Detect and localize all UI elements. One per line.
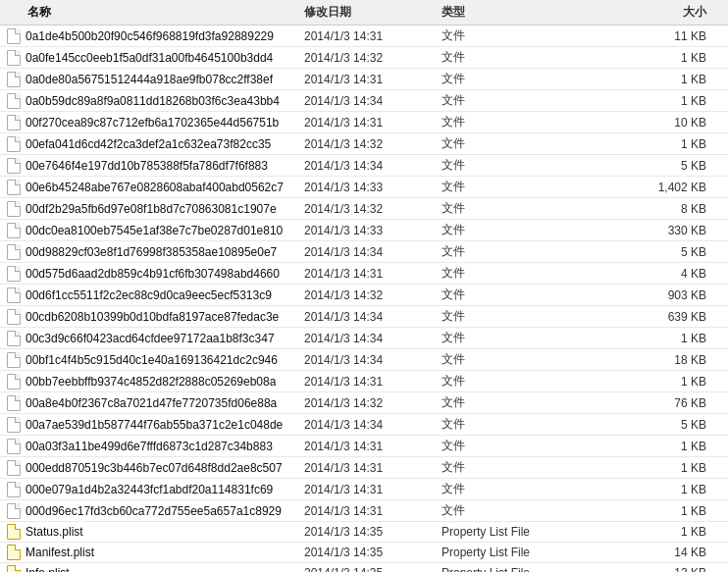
table-row[interactable]: 00df2b29a5fb6d97e08f1b8d7c70863081c1907e… [0, 198, 728, 220]
file-icon [6, 503, 22, 519]
file-name-cell: 00a8e4b0f2367c8a7021d47fe7720735fd06e88a [0, 395, 304, 411]
file-type-cell: 文件 [442, 265, 618, 282]
file-name-cell: 0a0fe145cc0eeb1f5a0df31a00fb4645100b3dd4 [0, 50, 304, 66]
table-row[interactable]: Manifest.plist 2014/1/3 14:35 Property L… [0, 543, 728, 563]
table-row[interactable]: 00f270cea89c87c712efb6a1702365e44d56751b… [0, 112, 728, 133]
file-icon [6, 331, 22, 346]
file-icon [6, 115, 22, 130]
file-size-cell: 903 KB [618, 288, 716, 302]
file-type-cell: 文件 [442, 481, 618, 497]
file-date-cell: 2014/1/3 14:35 [304, 566, 442, 572]
table-row[interactable]: 00cdb6208b10399b0d10bdfa8197ace87fedac3e… [0, 306, 728, 328]
file-size-cell: 330 KB [618, 224, 716, 237]
file-date-cell: 2014/1/3 14:34 [304, 418, 442, 432]
table-row[interactable]: 00bb7eebbffb9374c4852d82f2888c05269eb08a… [0, 371, 728, 392]
header-size[interactable]: 大小 [618, 4, 716, 21]
file-size-cell: 639 KB [618, 310, 716, 324]
file-type-cell: 文件 [442, 114, 618, 130]
file-icon [6, 374, 22, 390]
file-size-cell: 1 KB [618, 94, 716, 108]
table-row[interactable]: Info.plist 2014/1/3 14:35 Property List … [0, 563, 728, 572]
header-name[interactable]: 名称 [0, 4, 304, 21]
file-name-text: 00d575d6aad2db859c4b91cf6fb307498abd4660 [26, 267, 280, 281]
file-size-cell: 76 KB [618, 396, 716, 410]
file-size-cell: 11 KB [618, 29, 716, 43]
table-row[interactable]: 0a1de4b500b20f90c546f968819fd3fa92889229… [0, 26, 728, 47]
file-size-cell: 1 KB [618, 504, 716, 518]
file-icon [7, 180, 21, 195]
file-date-cell: 2014/1/3 14:32 [304, 137, 442, 151]
file-type-cell: 文件 [442, 416, 618, 433]
file-icon [7, 244, 21, 260]
file-date-cell: 2014/1/3 14:32 [304, 51, 442, 65]
table-row[interactable]: 0a0de80a56751512444a918ae9fb078cc2ff38ef… [0, 69, 728, 90]
file-icon [6, 136, 22, 152]
file-name-cell: 00efa041d6cd42f2ca3def2a1c632ea73f82cc35 [0, 136, 304, 152]
table-row[interactable]: 00d98829cf03e8f1d76998f385358ae10895e0e7… [0, 241, 728, 263]
table-row[interactable]: 0a0b59dc89a8f9a0811dd18268b03f6c3ea43bb4… [0, 90, 728, 112]
table-row[interactable]: 00bf1c4f4b5c915d40c1e40a169136421dc2c946… [0, 349, 728, 371]
file-name-text: 00f270cea89c87c712efb6a1702365e44d56751b [26, 116, 279, 130]
table-row[interactable]: 00efa041d6cd42f2ca3def2a1c632ea73f82cc35… [0, 133, 728, 155]
table-row[interactable]: 000d96ec17fd3cb60ca772d755ee5a657a1c8929… [0, 500, 728, 522]
file-icon [6, 223, 22, 238]
rows-container: 0a1de4b500b20f90c546f968819fd3fa92889229… [0, 26, 728, 572]
file-name-text: 00c3d9c66f0423acd64cfdee97172aa1b8f3c347 [26, 332, 275, 345]
file-icon [6, 93, 22, 109]
file-icon [7, 395, 21, 411]
table-row[interactable]: 000e079a1d4b2a32443fcf1abdf20a114831fc69… [0, 479, 728, 500]
file-size-cell: 1 KB [618, 525, 716, 539]
file-icon [6, 309, 22, 325]
file-type-cell: 文件 [442, 222, 618, 238]
file-date-cell: 2014/1/3 14:31 [304, 504, 442, 518]
header-type[interactable]: 类型 [442, 4, 618, 21]
file-name-cell: 00e7646f4e197dd10b785388f5fa786df7f6f883 [0, 158, 304, 174]
table-row[interactable]: 00a03f3a11be499d6e7fffd6873c1d287c34b883… [0, 436, 728, 457]
file-date-cell: 2014/1/3 14:32 [304, 396, 442, 410]
file-name-cell: 00d98829cf03e8f1d76998f385358ae10895e0e7 [0, 244, 304, 260]
file-type-cell: 文件 [442, 243, 618, 260]
header-date[interactable]: 修改日期 [304, 4, 442, 21]
table-row[interactable]: 00dc0ea8100eb7545e1af38e7c7be0287d01e810… [0, 220, 728, 241]
file-icon [7, 72, 21, 87]
table-row[interactable]: 0a0fe145cc0eeb1f5a0df31a00fb4645100b3dd4… [0, 47, 728, 69]
file-name-text: 00e6b45248abe767e0828608abaf400abd0562c7 [26, 181, 284, 194]
file-date-cell: 2014/1/3 14:34 [304, 159, 442, 173]
file-icon [6, 545, 22, 560]
file-icon [6, 50, 22, 66]
table-row[interactable]: Status.plist 2014/1/3 14:35 Property Lis… [0, 522, 728, 543]
file-size-cell: 5 KB [618, 159, 716, 173]
file-name-text: 00dc0ea8100eb7545e1af38e7c7be0287d01e810 [26, 224, 283, 237]
file-icon [7, 28, 21, 44]
table-row[interactable]: 00c3d9c66f0423acd64cfdee97172aa1b8f3c347… [0, 328, 728, 349]
file-size-cell: 18 KB [618, 353, 716, 367]
file-icon [6, 244, 22, 260]
file-size-cell: 4 KB [618, 267, 716, 281]
file-type-cell: 文件 [442, 27, 618, 44]
file-name-cell: 00cdb6208b10399b0d10bdfa8197ace87fedac3e [0, 309, 304, 325]
file-type-cell: 文件 [442, 49, 618, 66]
table-row[interactable]: 00a8e4b0f2367c8a7021d47fe7720735fd06e88a… [0, 392, 728, 414]
file-type-cell: Property List File [442, 525, 618, 539]
file-size-cell: 1 KB [618, 461, 716, 475]
table-row[interactable]: 000edd870519c3b446b7ec07d648f8dd2ae8c507… [0, 457, 728, 479]
file-icon [7, 158, 21, 174]
table-row[interactable]: 00a7ae539d1b587744f76ab55ba371c2e1c048de… [0, 414, 728, 436]
file-icon [7, 503, 21, 519]
file-icon [6, 565, 22, 572]
table-row[interactable]: 00e6b45248abe767e0828608abaf400abd0562c7… [0, 177, 728, 198]
file-icon [6, 352, 22, 368]
file-name-cell: 00d575d6aad2db859c4b91cf6fb307498abd4660 [0, 266, 304, 282]
table-row[interactable]: 00d575d6aad2db859c4b91cf6fb307498abd4660… [0, 263, 728, 285]
table-row[interactable]: 00e7646f4e197dd10b785388f5fa786df7f6f883… [0, 155, 728, 177]
file-name-text: 00a8e4b0f2367c8a7021d47fe7720735fd06e88a [26, 396, 277, 410]
file-date-cell: 2014/1/3 14:34 [304, 245, 442, 259]
file-name-cell: 00d6f1cc5511f2c2ec88c9d0ca9eec5ecf5313c9 [0, 287, 304, 303]
table-row[interactable]: 00d6f1cc5511f2c2ec88c9d0ca9eec5ecf5313c9… [0, 285, 728, 306]
file-size-cell: 1 KB [618, 137, 716, 151]
file-type-cell: 文件 [442, 330, 618, 346]
file-icon [6, 287, 22, 303]
file-date-cell: 2014/1/3 14:31 [304, 440, 442, 453]
file-name-text: 00bb7eebbffb9374c4852d82f2888c05269eb08a [26, 375, 276, 389]
file-icon [7, 136, 21, 152]
